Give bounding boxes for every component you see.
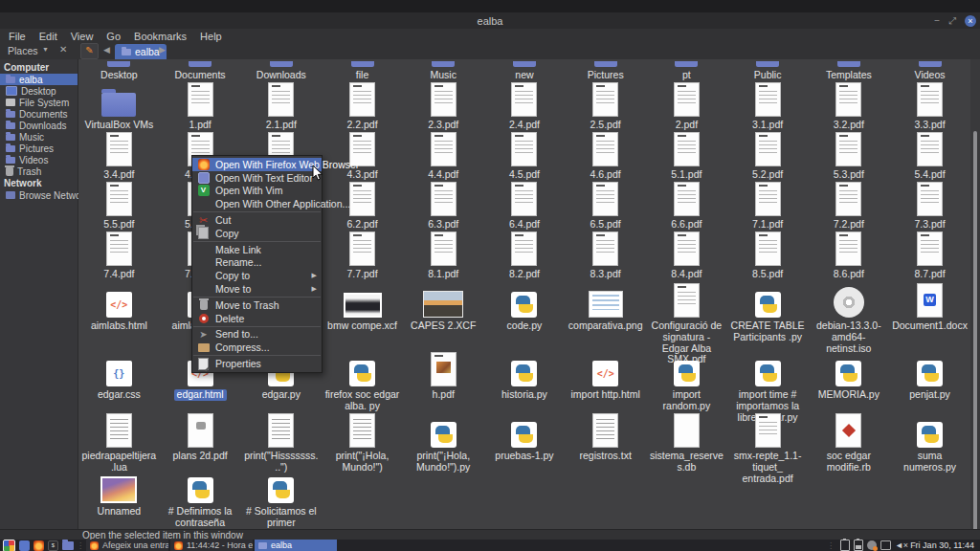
file-item[interactable]: 5.3.pdf — [808, 130, 889, 181]
file-item[interactable]: 2.pdf — [646, 80, 727, 131]
scrollbar-thumb[interactable] — [973, 131, 977, 551]
file-item[interactable]: 6.3.pdf — [403, 180, 484, 231]
menu-item-delete[interactable]: Delete — [192, 312, 322, 325]
file-item[interactable]: 7.1.pdf — [727, 180, 809, 231]
battery-charge-icon[interactable] — [854, 540, 863, 551]
file-manager-icon[interactable] — [62, 541, 74, 550]
file-item[interactable]: 3.1.pdf — [727, 80, 809, 131]
menu-item-open-with-firefox-web-browser[interactable]: Open With Firefox Web Browser — [192, 158, 322, 171]
volume-muted-icon[interactable]: ◄× — [895, 540, 908, 550]
menu-item-open-with-text-editor[interactable]: Open With Text Editor — [192, 171, 322, 185]
file-item[interactable]: 2.3.pdf — [403, 80, 484, 131]
file-item[interactable]: Music — [403, 59, 484, 81]
file-item[interactable]: new — [484, 59, 566, 81]
file-item[interactable]: Pictures — [565, 59, 646, 81]
maximize-button[interactable]: ⤢ — [948, 15, 956, 27]
file-item[interactable]: # Definimos la contraseña correcta. py — [160, 467, 241, 529]
file-item[interactable]: 3.4.pdf — [78, 130, 160, 181]
file-item[interactable]: 1.pdf — [160, 80, 241, 131]
menu-item-move-to-trash[interactable]: Move to Trash — [192, 298, 322, 312]
file-item[interactable]: 6.6.pdf — [646, 180, 727, 231]
sidebar-item-file-system[interactable]: File System — [0, 97, 78, 108]
desktop-pager-icon[interactable] — [19, 540, 30, 551]
file-item[interactable]: Videos — [889, 59, 970, 81]
sidebar-item-pictures[interactable]: Pictures — [0, 143, 78, 154]
minimize-button[interactable]: − — [934, 15, 940, 27]
file-item[interactable]: 5.1.pdf — [646, 130, 727, 181]
places-dropdown-icon[interactable]: ▼ — [42, 46, 49, 53]
menubar-item-bookmarks[interactable]: Bookmarks — [127, 31, 193, 42]
file-item[interactable]: 8.7.pdf — [889, 230, 970, 280]
file-item[interactable]: 8.6.pdf — [808, 230, 889, 280]
menu-item-copy-to[interactable]: Copy to▶ — [192, 269, 322, 282]
window-icon[interactable] — [880, 540, 891, 550]
menu-item-properties[interactable]: Properties — [192, 357, 322, 370]
task-button[interactable]: Afegeix una entrad... — [86, 540, 168, 551]
file-item[interactable]: 5.4.pdf — [889, 130, 970, 181]
sidebar-item-desktop[interactable]: Desktop — [0, 85, 78, 97]
menu-item-copy[interactable]: Copy — [192, 227, 322, 240]
sidebar-item-videos[interactable]: Videos — [0, 154, 78, 165]
menu-item-cut[interactable]: ✂Cut — [192, 213, 322, 227]
file-item[interactable]: 8.1.pdf — [403, 230, 484, 280]
scrollbar-track[interactable] — [970, 59, 980, 529]
app-menu-icon[interactable] — [3, 540, 15, 551]
file-item[interactable]: 7.3.pdf — [889, 180, 970, 231]
menu-item-rename[interactable]: Rename... — [192, 256, 322, 270]
file-item[interactable]: 2.2.pdf — [322, 80, 403, 131]
file-item[interactable]: Public — [727, 59, 809, 81]
file-item[interactable]: VirtualBox VMs — [78, 80, 160, 131]
task-button[interactable]: 11:44:42 - Hora exa... — [170, 540, 253, 551]
file-item[interactable]: Desktop — [78, 59, 160, 81]
sidebar-item-music[interactable]: Music — [0, 131, 78, 143]
file-item[interactable]: # Solicitamos el primer nombre.py — [240, 467, 322, 529]
file-item[interactable]: 7.4.pdf — [78, 230, 160, 280]
menubar-item-edit[interactable]: Edit — [33, 31, 64, 42]
menu-item-open-with-vim[interactable]: VOpen With Vim — [192, 185, 322, 198]
sidebar-item-ealba[interactable]: ealba — [0, 74, 78, 85]
file-item[interactable]: Unnamed — [78, 467, 160, 529]
edit-path-button[interactable]: ✎ — [80, 43, 99, 59]
file-item[interactable]: 6.4.pdf — [484, 180, 566, 231]
sidebar-item-documents[interactable]: Documents — [0, 108, 78, 120]
file-item[interactable]: 3.2.pdf — [808, 80, 889, 131]
menubar-item-help[interactable]: Help — [193, 31, 229, 42]
file-item[interactable]: file — [322, 59, 403, 81]
shield-badge-icon[interactable] — [867, 540, 877, 550]
task-button[interactable]: ealba — [255, 540, 337, 551]
file-item[interactable]: 8.5.pdf — [727, 230, 809, 280]
tab-scroll-left-icon[interactable]: ◀ — [103, 45, 110, 55]
menu-item-compress[interactable]: Compress... — [192, 341, 322, 354]
sidebar-item-browse-network[interactable]: Browse Network — [0, 189, 78, 201]
sidebar-item-trash[interactable]: Trash — [0, 165, 78, 177]
file-item[interactable]: 2.1.pdf — [240, 80, 322, 131]
file-item[interactable]: pt — [646, 59, 727, 81]
file-item[interactable]: 5.5.pdf — [78, 180, 160, 231]
menu-item-make-link[interactable]: Make Link — [192, 243, 322, 256]
file-item[interactable]: 5.2.pdf — [727, 130, 809, 181]
file-item[interactable]: 7.7.pdf — [322, 230, 403, 280]
file-item[interactable]: Documents — [160, 59, 241, 81]
file-item[interactable]: 8.3.pdf — [565, 230, 646, 280]
battery-icon[interactable] — [840, 540, 850, 551]
file-item[interactable]: 4.6.pdf — [565, 130, 646, 181]
close-button[interactable]: × — [965, 15, 976, 27]
sidebar-item-downloads[interactable]: Downloads — [0, 120, 78, 131]
places-pane-title[interactable]: Places — [8, 45, 38, 56]
file-item[interactable]: Templates — [808, 59, 889, 81]
menubar-item-go[interactable]: Go — [100, 31, 127, 42]
file-item[interactable]: 3.3.pdf — [889, 80, 970, 131]
terminal-icon[interactable]: $ — [48, 540, 58, 551]
file-item[interactable]: 2.5.pdf — [565, 80, 646, 131]
menubar-item-file[interactable]: File — [2, 31, 33, 42]
file-item[interactable]: 7.2.pdf — [808, 180, 889, 231]
menubar-item-view[interactable]: View — [64, 31, 100, 42]
menu-item-move-to[interactable]: Move to▶ — [192, 282, 322, 296]
menu-item-send-to[interactable]: ➤Send to... — [192, 328, 322, 342]
file-item[interactable]: Downloads — [240, 59, 322, 81]
firefox-icon[interactable] — [33, 540, 44, 551]
file-item[interactable]: 8.2.pdf — [484, 230, 566, 280]
places-close-icon[interactable]: ✕ — [59, 44, 67, 55]
file-item[interactable]: 4.5.pdf — [484, 130, 566, 181]
menu-item-open-with-other-application[interactable]: Open With Other Application... — [192, 197, 322, 210]
